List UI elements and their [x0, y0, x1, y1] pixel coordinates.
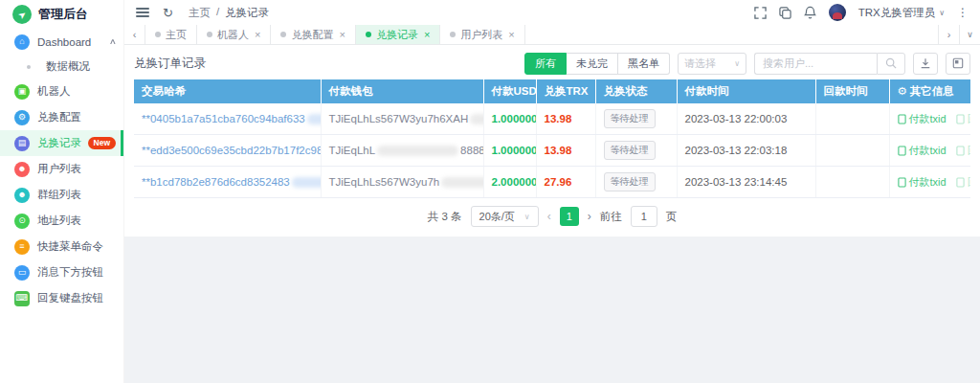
top-header: ↻ 主页 / 兑换记录 TRX兑换管理员 ∨ — [124, 0, 980, 25]
fullscreen-icon[interactable] — [754, 7, 767, 19]
table-row: **b1cd78b2e876d6cd835248302d6 TJiEqLhLs5… — [134, 167, 970, 198]
pay-time: 2023-03-13 22:00:03 — [677, 103, 815, 135]
user-icon: ☻ — [14, 162, 30, 177]
filter-select[interactable]: 请选择 ∨ — [678, 53, 746, 75]
table-row: **0405b1a7a51cba760c94baf633 TJiEqLhLs56… — [134, 103, 970, 135]
keyboard-icon: ⌨ — [14, 291, 30, 306]
app-logo: ➤ 管理后台 — [0, 0, 123, 29]
export-button[interactable] — [913, 53, 938, 75]
next-page-button[interactable]: › — [588, 210, 591, 223]
redacted-blur — [470, 114, 483, 124]
telegram-icon: ➤ — [12, 5, 32, 24]
close-icon[interactable]: × — [508, 29, 514, 40]
sidebar-item-group-list[interactable]: ☻ 群组列表 — [0, 182, 123, 208]
user-name: TRX兑换管理员 — [858, 6, 936, 20]
content-area: 兑换订单记录 所有 未兑完 黑名单 请选择 ∨ — [124, 46, 980, 383]
table-header-row: 交易哈希 付款钱包 付款USDT 兑换TRX 兑换状态 付款时间 回款时间 ⚙其… — [134, 79, 970, 103]
tx-hash-link[interactable]: **edd3e500c69e35cbd22b7b17f2c983527 — [134, 135, 321, 167]
refresh-icon[interactable]: ↻ — [163, 7, 173, 19]
redacted-blur — [441, 177, 483, 188]
pagination: 共 3 条 20条/页 ∨ ‹ 1 › 前往 页 — [134, 206, 970, 227]
sidebar-item-data-overview[interactable]: 数据概况 — [0, 55, 123, 79]
close-icon[interactable]: × — [339, 29, 345, 40]
sidebar-item-quick-menu-commands[interactable]: ≡ 快捷菜单命令 — [0, 234, 123, 259]
sidebar-item-dashboard[interactable]: ⌂ Dashboard ∧ — [0, 29, 123, 55]
back-txid-link[interactable]: 回款txid — [956, 112, 970, 126]
tabs-scroll-right-icon[interactable]: › — [938, 25, 959, 44]
pay-txid-link[interactable]: 付款txid — [898, 112, 947, 126]
back-time — [815, 103, 889, 135]
sidebar-item-user-list[interactable]: ☻ 用户列表 — [0, 156, 123, 182]
pay-usdt: 1.000000 — [483, 135, 536, 167]
back-txid-link[interactable]: 回款txid — [956, 144, 970, 158]
filter-blacklist-button[interactable]: 黑名单 — [618, 53, 670, 75]
tab-dot-icon — [207, 32, 212, 37]
filter-all-button[interactable]: 所有 — [524, 53, 567, 75]
pay-txid-link[interactable]: 付款txid — [898, 144, 947, 158]
chevron-down-icon: ∨ — [939, 9, 945, 17]
pay-wallet: TJiEqLhL88888 — [321, 135, 483, 167]
tab-user-list[interactable]: 用户列表 × — [440, 25, 524, 44]
pay-time: 2023-03-13 22:03:18 — [677, 135, 815, 167]
column-settings-button[interactable] — [946, 53, 970, 75]
home-icon: ⌂ — [14, 34, 30, 50]
page-number-active[interactable]: 1 — [560, 207, 579, 226]
back-txid-link[interactable]: 回款txid — [956, 175, 970, 190]
col-pay-wallet: 付款钱包 — [321, 79, 483, 103]
bell-icon[interactable] — [804, 6, 816, 19]
menu-fold-icon[interactable] — [136, 6, 149, 19]
status-filter-group: 所有 未兑完 黑名单 — [524, 53, 670, 75]
breadcrumb: 主页 / 兑换记录 — [189, 6, 269, 20]
sidebar-item-robot[interactable]: ▣ 机器人 — [0, 79, 123, 104]
sidebar-item-message-bottom-button[interactable]: ▭ 消息下方按钮 — [0, 259, 123, 285]
orders-table: 交易哈希 付款钱包 付款USDT 兑换TRX 兑换状态 付款时间 回款时间 ⚙其… — [134, 79, 970, 198]
button-icon: ▭ — [14, 265, 30, 281]
search-button[interactable] — [877, 53, 905, 75]
exchange-trx: 13.98 — [536, 135, 595, 167]
avatar[interactable] — [829, 4, 846, 21]
tx-hash-link[interactable]: **0405b1a7a51cba760c94baf633 — [134, 103, 321, 135]
search-input[interactable] — [754, 53, 877, 75]
pay-wallet: TJiEqLhLs567W3yu7h — [321, 167, 483, 198]
redacted-blur — [307, 114, 321, 124]
breadcrumb-home[interactable]: 主页 — [189, 6, 211, 20]
tab-dot-icon — [280, 32, 286, 37]
tabs-scroll-left-icon[interactable]: ‹ — [124, 25, 145, 44]
main-area: ↻ 主页 / 兑换记录 TRX兑换管理员 ∨ — [124, 0, 980, 383]
back-time — [815, 167, 889, 198]
group-icon: ☻ — [14, 188, 30, 203]
chevron-down-icon: ∨ — [734, 59, 740, 68]
tab-exchange-records[interactable]: 兑换记录 × — [356, 25, 440, 44]
bullet-dot-icon — [27, 65, 31, 69]
sidebar-item-address-list[interactable]: ⊙ 地址列表 — [0, 208, 123, 234]
tx-hash-link[interactable]: **b1cd78b2e876d6cd835248302d6 — [134, 167, 321, 198]
page-size-select[interactable]: 20条/页 ∨ — [471, 206, 539, 227]
pay-txid-link[interactable]: 付款txid — [898, 175, 947, 190]
more-options-icon[interactable]: ⋮ — [957, 6, 969, 19]
tab-exchange-config[interactable]: 兑换配置 × — [271, 25, 355, 44]
goto-page-input[interactable] — [631, 206, 657, 227]
total-count: 共 3 条 — [428, 210, 462, 224]
sidebar-item-exchange-records[interactable]: ▤ 兑换记录 New — [0, 130, 123, 156]
user-menu[interactable]: TRX兑换管理员 ∨ — [858, 6, 945, 20]
tab-dot-icon — [366, 32, 371, 37]
filter-unfinished-button[interactable]: 未兑完 — [567, 53, 618, 75]
sidebar: ➤ 管理后台 ⌂ Dashboard ∧ 数据概况 ▣ 机器人 ⚙ 兑换配置 ▤… — [0, 0, 124, 383]
location-icon: ⊙ — [14, 214, 30, 229]
close-icon[interactable]: × — [255, 29, 260, 40]
orders-card: 兑换订单记录 所有 未兑完 黑名单 请选择 ∨ — [124, 46, 980, 237]
prev-page-button[interactable]: ‹ — [547, 210, 551, 223]
page-unit-label: 页 — [666, 210, 678, 224]
panel-title: 兑换订单记录 — [134, 56, 206, 72]
search-icon — [885, 57, 897, 69]
sidebar-item-exchange-config[interactable]: ⚙ 兑换配置 — [0, 104, 123, 130]
close-icon[interactable]: × — [424, 29, 430, 40]
tab-home[interactable]: 主页 — [145, 25, 197, 44]
sidebar-item-reply-keyboard-button[interactable]: ⌨ 回复键盘按钮 — [0, 285, 123, 311]
tab-robot[interactable]: 机器人 × — [197, 25, 271, 44]
col-other-info: ⚙其它信息 — [889, 79, 970, 103]
tabs-menu-icon[interactable]: ∨ — [959, 25, 980, 44]
status-badge: 等待处理 — [604, 109, 656, 128]
clear-cache-icon[interactable] — [779, 7, 791, 19]
grid-icon — [952, 57, 964, 69]
